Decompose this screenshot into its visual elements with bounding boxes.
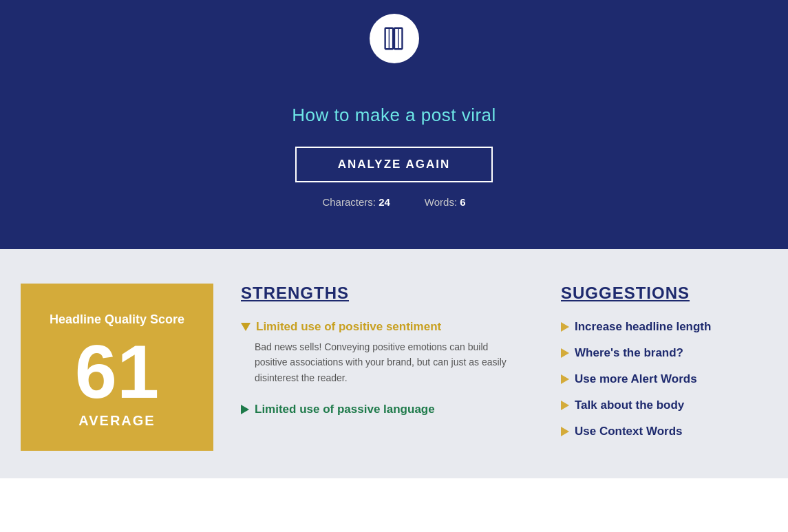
- suggestion-item-2[interactable]: Where's the brand?: [561, 346, 767, 360]
- score-box: Headline Quality Score 61 AVERAGE: [21, 284, 213, 451]
- analyze-again-button[interactable]: ANALYZE AGAIN: [295, 147, 493, 182]
- suggestion-item-3[interactable]: Use more Alert Words: [561, 372, 767, 386]
- characters-stat: Characters: 24: [322, 196, 390, 208]
- score-label: AVERAGE: [78, 413, 155, 429]
- strength-desc-1: Bad news sells! Conveying positive emoti…: [241, 339, 520, 385]
- strength-item-2: Limited use of passive language: [241, 403, 520, 416]
- suggestion-arrow-icon-1: [561, 322, 569, 332]
- triangle-right-icon: [241, 405, 249, 414]
- suggestion-arrow-icon-5: [561, 427, 569, 436]
- words-label: Words:: [425, 196, 457, 208]
- suggestion-arrow-icon-3: [561, 374, 569, 384]
- suggestion-arrow-icon-4: [561, 401, 569, 410]
- characters-value: 24: [379, 196, 390, 208]
- words-stat: Words: 6: [425, 196, 466, 208]
- suggestion-arrow-icon-2: [561, 348, 569, 358]
- suggestions-heading: SUGGESTIONS: [561, 284, 767, 303]
- strength-item-1: Limited use of positive sentiment Bad ne…: [241, 320, 520, 385]
- logo-icon: [370, 14, 419, 63]
- bottom-section: Headline Quality Score 61 AVERAGE STRENG…: [0, 249, 788, 478]
- suggestion-item-1[interactable]: Increase headline length: [561, 320, 767, 334]
- characters-label: Characters:: [322, 196, 376, 208]
- words-value: 6: [460, 196, 465, 208]
- score-title: Headline Quality Score: [50, 312, 184, 327]
- suggestion-item-5[interactable]: Use Context Words: [561, 425, 767, 438]
- headline-display: How to make a post viral: [292, 105, 496, 126]
- stats-row: Characters: 24 Words: 6: [322, 196, 465, 208]
- score-number: 61: [75, 334, 159, 409]
- top-section: How to make a post viral ANALYZE AGAIN C…: [0, 0, 788, 249]
- strengths-heading: STRENGTHS: [241, 284, 520, 303]
- triangle-down-icon: [241, 323, 251, 331]
- suggestions-section: SUGGESTIONS Increase headline length Whe…: [547, 284, 767, 451]
- strengths-section: STRENGTHS Limited use of positive sentim…: [213, 284, 547, 451]
- strength-title-1: Limited use of positive sentiment: [241, 320, 520, 334]
- suggestion-item-4[interactable]: Talk about the body: [561, 398, 767, 412]
- strength-title-2: Limited use of passive language: [241, 403, 520, 416]
